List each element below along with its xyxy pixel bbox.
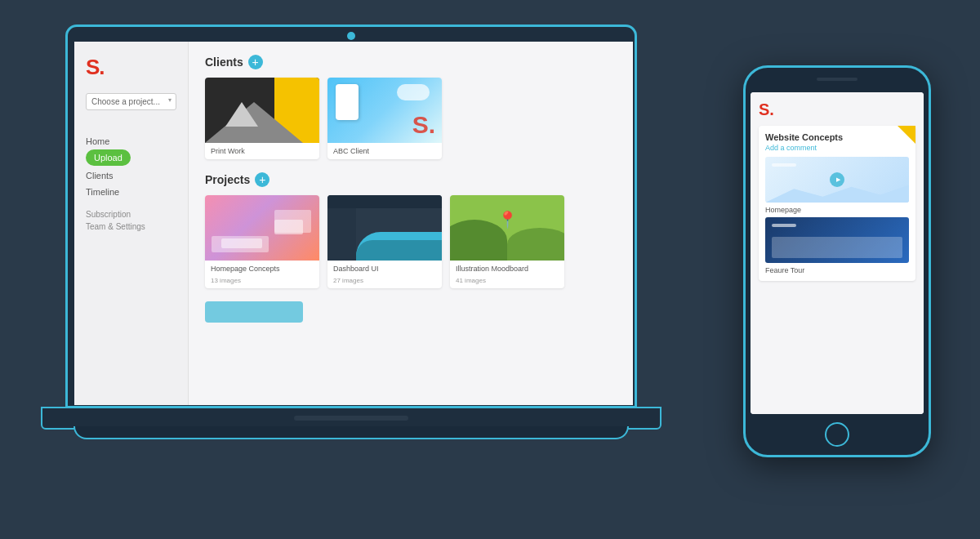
add-project-button[interactable]: +	[255, 172, 270, 187]
phone-screen: S. Website Concepts Add a comment Homepa…	[751, 92, 924, 414]
thumb-print	[205, 78, 319, 143]
laptop-screen-border: S. Choose a project... ▾ Home Upload Cli…	[65, 24, 637, 408]
phone-thumb-bg-homepage	[765, 157, 909, 203]
add-client-button[interactable]: +	[248, 55, 263, 69]
card-label-homepage: Homepage Concepts	[205, 261, 319, 277]
main-content: Clients +	[189, 42, 633, 405]
phone-thumb-bar	[772, 163, 796, 167]
phone-app: S. Website Concepts Add a comment Homepa…	[751, 92, 924, 414]
nav-team-settings[interactable]: Team & Settings	[86, 220, 176, 233]
phone: S. Website Concepts Add a comment Homepa…	[743, 65, 931, 457]
thumb-abc: S.	[327, 78, 442, 143]
card-sublabel-dashboard: 27 images	[327, 277, 442, 288]
card-thumb-homepage	[205, 195, 319, 261]
card-thumb-dashboard	[327, 195, 442, 261]
card-label-print: Print Work	[205, 143, 319, 159]
sidebar: S. Choose a project... ▾ Home Upload Cli…	[74, 42, 189, 405]
phone-thumb-bar2	[772, 224, 796, 227]
phone-thumb-play-icon[interactable]	[830, 172, 844, 187]
projects-section-header: Projects +	[205, 172, 617, 187]
clients-cards-row: Print Work S. ABC Client	[205, 78, 617, 159]
clients-section-header: Clients +	[205, 55, 617, 69]
phone-home-button[interactable]	[825, 422, 849, 447]
laptop-foot	[74, 426, 629, 439]
card-homepage-concepts[interactable]: Homepage Concepts 13 images	[205, 195, 319, 288]
card-thumb-print	[205, 78, 319, 143]
projects-cards-row: Homepage Concepts 13 images	[205, 195, 617, 288]
laptop: S. Choose a project... ▾ Home Upload Cli…	[41, 24, 662, 482]
card-label-dashboard: Dashboard UI	[327, 261, 442, 277]
projects-title: Projects	[205, 173, 250, 186]
phone-app-logo: S.	[759, 100, 915, 119]
nav-subscription[interactable]: Subscription	[86, 208, 176, 220]
thumb-homepage	[205, 195, 319, 261]
phone-thumb-rect	[772, 237, 902, 258]
clients-title: Clients	[205, 56, 243, 69]
nav-upload[interactable]: Upload	[86, 149, 131, 166]
phone-body: S. Website Concepts Add a comment Homepa…	[743, 65, 931, 457]
card-abc-client[interactable]: S. ABC Client	[327, 78, 442, 159]
phone-thumb-label-homepage: Homepage	[765, 206, 909, 214]
project-select[interactable]: Choose a project...	[86, 93, 176, 110]
app-layout: S. Choose a project... ▾ Home Upload Cli…	[74, 42, 633, 405]
nav-home[interactable]: Home	[86, 133, 176, 149]
phone-thumb-label-feature: Feaure Tour	[765, 266, 909, 274]
card-sublabel-homepage: 13 images	[205, 277, 319, 288]
thumb-dashboard	[327, 195, 442, 261]
phone-card-title: Website Concepts	[765, 132, 909, 142]
card-print-work[interactable]: Print Work	[205, 78, 319, 159]
phone-thumb-bg-feature	[765, 217, 909, 263]
phone-thumb-feature[interactable]	[765, 217, 909, 263]
card-thumb-illustration: 📍	[450, 195, 564, 261]
thumb-illustration: 📍	[450, 195, 564, 261]
laptop-camera	[347, 32, 355, 40]
phone-card-link[interactable]: Add a comment	[765, 144, 909, 152]
nav-timeline[interactable]: Timeline	[86, 184, 176, 200]
phone-speaker	[817, 78, 858, 81]
nav-clients[interactable]: Clients	[86, 167, 176, 184]
card-thumb-abc: S.	[327, 78, 442, 143]
laptop-notch	[294, 416, 408, 421]
card-label-illustration: Illustration Moodboard	[450, 261, 564, 277]
phone-card-website-concepts[interactable]: Website Concepts Add a comment Homepage	[759, 126, 915, 281]
map-pin-icon: 📍	[497, 210, 518, 229]
phone-card-corner-icon	[898, 126, 915, 144]
phone-thumb-homepage[interactable]	[765, 157, 909, 203]
card-sublabel-illustration: 41 images	[450, 277, 564, 288]
card-label-abc: ABC Client	[327, 143, 442, 159]
abc-s-logo: S.	[412, 111, 435, 139]
card-dashboard-ui[interactable]: Dashboard UI 27 images	[327, 195, 442, 288]
laptop-screen: S. Choose a project... ▾ Home Upload Cli…	[74, 42, 633, 405]
app-logo: S.	[86, 55, 176, 80]
card-illustration-moodboard[interactable]: 📍 Illustration Moodboard 41 images	[450, 195, 564, 288]
